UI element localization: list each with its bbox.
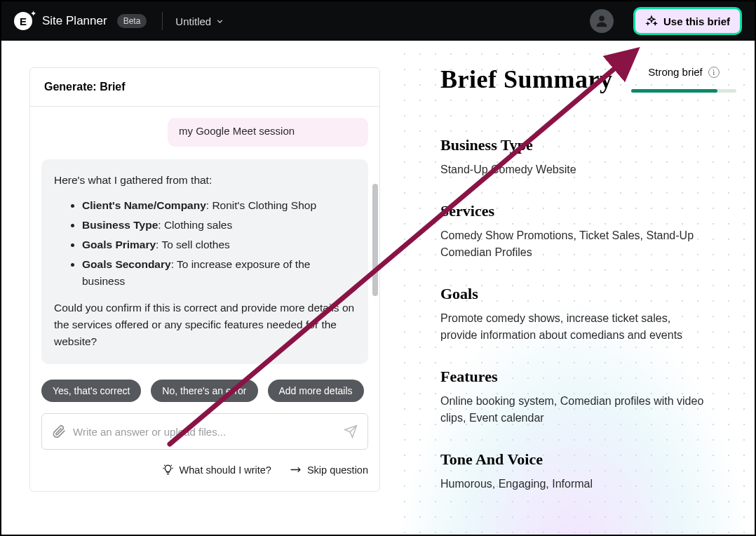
brief-summary-panel: Brief Summary Strong brief i Business Ty… [393, 41, 755, 535]
section-features: Features Online booking system, Comedian… [440, 368, 736, 427]
ai-bullet: Goals Secondary: To increase exposure of… [82, 256, 356, 290]
answer-input[interactable] [73, 426, 337, 438]
generate-brief-card: Generate: Brief my Google Meet session H… [29, 67, 380, 492]
user-message-text: my Google Meet session [179, 125, 295, 137]
topbar: E ✦ Site Planner Beta Untitled Use this … [1, 1, 755, 41]
beta-badge: Beta [117, 14, 147, 28]
ai-bullet: Business Type: Clothing sales [82, 217, 356, 234]
quick-reply-row: Yes, that's correct No, there's an error… [30, 364, 379, 402]
divider [162, 12, 163, 30]
user-message-bubble: my Google Meet session [168, 118, 368, 147]
scrollbar[interactable] [372, 184, 378, 296]
document-title: Untitled [175, 15, 211, 27]
document-title-dropdown[interactable]: Untitled [175, 15, 224, 27]
info-icon[interactable]: i [708, 67, 720, 78]
generate-brief-header: Generate: Brief [30, 68, 379, 107]
chip-add-details[interactable]: Add more details [268, 380, 364, 402]
what-should-i-write-button[interactable]: What should I write? [162, 464, 271, 476]
section-title: Goals [440, 285, 736, 303]
helper-write-label: What should I write? [180, 464, 271, 476]
section-title: Business Type [440, 136, 736, 154]
section-tone: Tone And Voice Humorous, Engaging, Infor… [440, 450, 736, 493]
section-business-type: Business Type Stand-Up Comedy Website [440, 136, 736, 178]
svg-point-0 [599, 15, 605, 21]
ai-bullet: Client's Name/Company: Ronit's Clothing … [82, 197, 356, 214]
strength-label: Strong brief [648, 66, 703, 78]
section-text: Online booking system, Comedian profiles… [440, 393, 707, 427]
section-title: Tone And Voice [440, 450, 736, 469]
use-this-brief-button[interactable]: Use this brief [633, 7, 742, 35]
helper-skip-label: Skip question [307, 464, 368, 476]
app-title: Site Planner [42, 14, 107, 28]
app-logo: E ✦ [14, 12, 32, 30]
section-text: Humorous, Engaging, Informal [440, 476, 707, 493]
section-title: Services [440, 202, 736, 220]
sparkle-icon: ✦ [30, 9, 36, 18]
section-title: Features [440, 368, 736, 386]
brief-strength-indicator: Strong brief i [631, 66, 736, 93]
answer-input-row [41, 413, 368, 450]
chat-scroll[interactable]: my Google Meet session Here's what I gat… [41, 118, 368, 364]
section-text: Stand-Up Comedy Website [440, 161, 707, 178]
helper-row: What should I write? Skip question [30, 450, 379, 491]
section-goals: Goals Promote comedy shows, increase tic… [440, 285, 736, 344]
summary-title: Brief Summary [440, 65, 612, 94]
ai-followup-text: Could you confirm if this is correct and… [54, 300, 356, 350]
use-brief-label: Use this brief [663, 15, 730, 27]
chip-yes-correct[interactable]: Yes, that's correct [41, 380, 141, 402]
person-icon [594, 13, 609, 29]
chevron-down-icon [215, 17, 224, 26]
lightbulb-icon [162, 464, 174, 476]
paperclip-icon[interactable] [52, 424, 66, 438]
sparkles-icon [645, 15, 658, 27]
skip-icon [290, 464, 302, 476]
send-icon[interactable] [344, 424, 358, 438]
skip-question-button[interactable]: Skip question [290, 464, 368, 476]
ai-intro-text: Here's what I gathered from that: [54, 172, 356, 189]
section-text: Promote comedy shows, increase ticket sa… [440, 310, 707, 344]
strength-bar [631, 89, 736, 93]
user-avatar[interactable] [590, 9, 614, 33]
ai-bullet-list: Client's Name/Company: Ronit's Clothing … [54, 197, 356, 290]
section-services: Services Comedy Show Promotions, Ticket … [440, 202, 736, 261]
chip-no-error[interactable]: No, there's an error [151, 380, 257, 402]
section-text: Comedy Show Promotions, Ticket Sales, St… [440, 227, 707, 261]
ai-bullet: Goals Primary: To sell clothes [82, 236, 356, 253]
ai-message-bubble: Here's what I gathered from that: Client… [41, 159, 368, 364]
